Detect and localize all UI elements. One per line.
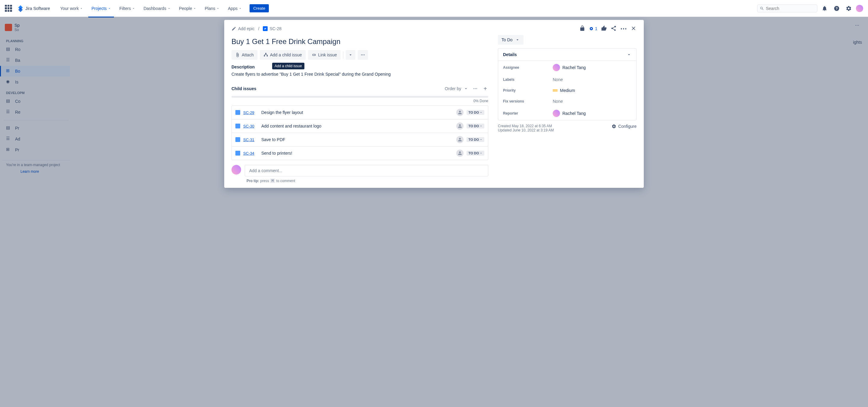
progress-bar: [231, 96, 488, 98]
unassigned-avatar[interactable]: [456, 136, 464, 143]
comment-input[interactable]: Add a comment...: [245, 165, 488, 176]
add-child-issue-button[interactable]: Add a child issue: [260, 50, 306, 60]
close-icon[interactable]: [630, 25, 637, 32]
epic-add-icon: [231, 26, 236, 31]
assignee-row[interactable]: Assignee Rachel Tang: [498, 61, 636, 74]
add-epic-link[interactable]: Add epic: [231, 26, 254, 31]
issue-modal: Add epic / SC-28 1 ⋯ Buy 1 Get 1 Free Dr…: [224, 20, 644, 188]
search-input[interactable]: [766, 6, 815, 11]
chevron-down-icon: [515, 37, 520, 42]
nav-dashboards[interactable]: Dashboards: [141, 4, 174, 13]
help-icon[interactable]: ?: [832, 4, 841, 13]
description-text[interactable]: Create flyers to advertise "Buy 1 Get 1 …: [231, 72, 488, 76]
gear-icon: [612, 124, 616, 129]
subtask-icon: [236, 110, 240, 115]
top-nav-bar: Jira Software Your work Projects Filters…: [0, 0, 868, 17]
child-issue-summary: Add content and restaurant logo: [261, 124, 453, 128]
nav-apps[interactable]: Apps: [225, 4, 245, 13]
chevron-down-icon: [348, 53, 353, 57]
child-issue-icon: [264, 53, 268, 57]
issue-title[interactable]: Buy 1 Get 1 Free Drink Campaign: [231, 37, 488, 46]
add-child-tooltip: Add a child issue: [272, 63, 304, 69]
watch-button[interactable]: 1: [589, 26, 597, 31]
progress-text: 0% Done: [231, 99, 488, 103]
child-issue-key[interactable]: SC-29: [243, 111, 258, 115]
attach-button[interactable]: Attach: [231, 50, 257, 60]
lock-icon[interactable]: [579, 25, 585, 32]
jira-logo-icon: [17, 5, 24, 12]
created-timestamp: Created May 18, 2022 at 6:35 AM: [498, 124, 554, 128]
pro-tip-text: Pro tip: press M to comment: [247, 179, 488, 183]
child-status-badge[interactable]: TO DO: [467, 110, 484, 115]
svg-text:?: ?: [835, 6, 838, 10]
child-status-badge[interactable]: TO DO: [467, 151, 484, 156]
updated-timestamp: Updated June 10, 2022 at 3:19 AM: [498, 128, 554, 132]
reporter-row[interactable]: Reporter Rachel Tang: [498, 107, 636, 120]
child-issue-summary: Send to printers!: [261, 151, 453, 156]
create-button[interactable]: Create: [250, 4, 269, 12]
more-options-button[interactable]: ⋯: [358, 50, 368, 60]
vote-icon[interactable]: [601, 25, 607, 32]
share-icon[interactable]: [611, 25, 617, 32]
more-actions-icon[interactable]: ⋯: [620, 25, 627, 33]
user-avatar[interactable]: [856, 5, 863, 12]
description-label: Description: [231, 64, 488, 69]
jira-logo[interactable]: Jira Software: [17, 5, 50, 12]
fix-versions-row[interactable]: Fix versions None: [498, 96, 636, 107]
reporter-avatar: [553, 110, 560, 117]
nav-people[interactable]: People: [176, 4, 199, 13]
eye-icon: [589, 26, 594, 31]
assignee-avatar: [553, 64, 560, 71]
details-panel: Details Assignee Rachel Tang Labels None…: [498, 48, 637, 120]
product-name: Jira Software: [25, 6, 50, 11]
link-dropdown-button[interactable]: [346, 50, 355, 60]
attachment-icon: [235, 53, 240, 57]
settings-icon[interactable]: [844, 4, 854, 13]
subtask-icon: [236, 124, 240, 128]
subtask-icon: [236, 137, 240, 142]
order-by-button[interactable]: Order by: [445, 86, 461, 91]
child-more-icon[interactable]: ⋯: [471, 86, 480, 91]
add-child-plus-icon[interactable]: +: [482, 85, 488, 92]
nav-projects[interactable]: Projects: [88, 4, 114, 13]
issue-key-link[interactable]: SC-28: [263, 26, 281, 31]
child-status-badge[interactable]: TO DO: [467, 124, 484, 128]
task-type-icon: [263, 26, 268, 31]
labels-row[interactable]: Labels None: [498, 74, 636, 85]
nav-filters[interactable]: Filters: [116, 4, 138, 13]
configure-button[interactable]: Configure: [612, 124, 637, 129]
subtask-icon: [236, 151, 240, 156]
link-icon: [312, 53, 316, 57]
child-issue-row[interactable]: SC-31Save to PDFTO DO: [232, 133, 488, 147]
child-issue-row[interactable]: SC-29Design the flyer layoutTO DO: [232, 106, 488, 119]
unassigned-avatar[interactable]: [456, 150, 464, 157]
child-status-badge[interactable]: TO DO: [467, 137, 484, 142]
nav-your-work[interactable]: Your work: [57, 4, 86, 13]
child-issues-label: Child issues: [231, 86, 256, 91]
child-issue-summary: Design the flyer layout: [261, 110, 453, 115]
priority-row[interactable]: Priority Medium: [498, 85, 636, 96]
modal-backdrop: Add epic / SC-28 1 ⋯ Buy 1 Get 1 Free Dr…: [0, 17, 868, 407]
child-issue-key[interactable]: SC-30: [243, 124, 258, 128]
child-issues-list: SC-29Design the flyer layoutTO DO SC-30A…: [231, 105, 488, 160]
svg-point-3: [591, 28, 592, 29]
unassigned-avatar[interactable]: [456, 122, 464, 130]
chevron-up-icon: [627, 52, 631, 57]
child-issue-summary: Save to PDF: [261, 137, 453, 142]
status-dropdown[interactable]: To Do: [498, 35, 524, 44]
child-issue-key[interactable]: SC-31: [243, 137, 258, 142]
child-issue-row[interactable]: SC-34Send to printers!TO DO: [232, 147, 488, 160]
child-issue-row[interactable]: SC-30Add content and restaurant logoTO D…: [232, 119, 488, 133]
comment-avatar: [231, 165, 241, 175]
breadcrumb: Add epic / SC-28: [231, 26, 281, 31]
link-issue-button[interactable]: Link issue: [308, 50, 341, 60]
unassigned-avatar[interactable]: [456, 109, 464, 116]
search-box[interactable]: [757, 4, 817, 12]
details-header[interactable]: Details: [498, 49, 636, 61]
notifications-icon[interactable]: [820, 4, 830, 13]
child-issue-key[interactable]: SC-34: [243, 151, 258, 156]
chevron-down-icon[interactable]: [464, 86, 468, 91]
nav-plans[interactable]: Plans: [202, 4, 222, 13]
search-icon: [760, 6, 764, 11]
app-switcher-icon[interactable]: [5, 5, 12, 12]
